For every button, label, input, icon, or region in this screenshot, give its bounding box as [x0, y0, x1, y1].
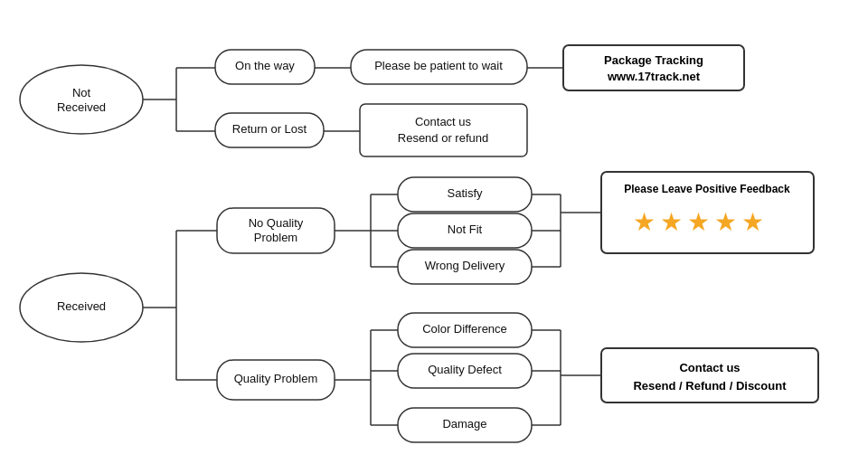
star1: ★ — [633, 208, 656, 236]
contact-resend-refund-node — [360, 104, 527, 156]
be-patient-label: Please be patient to wait — [374, 59, 503, 72]
on-the-way-label: On the way — [235, 59, 295, 72]
package-tracking-node — [563, 45, 744, 90]
flowchart-diagram: Not Received On the way Please be patien… — [0, 0, 868, 464]
wrong-delivery-label: Wrong Delivery — [425, 259, 505, 272]
not-received-label2: Received — [57, 100, 106, 114]
not-received-label: Not — [72, 86, 91, 99]
star3: ★ — [687, 208, 710, 236]
quality-problem-label: Quality Problem — [234, 372, 317, 385]
received-label: Received — [57, 299, 106, 313]
positive-feedback-label: Please Leave Positive Feedback — [624, 183, 790, 195]
star2: ★ — [660, 208, 683, 236]
quality-defect-label: Quality Defect — [428, 363, 502, 376]
no-quality-problem-label1: No Quality — [249, 216, 304, 230]
color-difference-label: Color Difference — [422, 322, 507, 336]
return-or-lost-label: Return or Lost — [232, 122, 307, 136]
contact-resend-refund-label1: Contact us — [415, 115, 472, 128]
contact-resend-refund-discount-label1: Contact us — [679, 361, 740, 374]
satisfy-label: Satisfy — [447, 186, 483, 200]
not-fit-label: Not Fit — [448, 223, 483, 236]
damage-label: Damage — [442, 417, 486, 431]
package-tracking-label1: Package Tracking — [604, 53, 703, 67]
package-tracking-label2: www.17track.net — [607, 70, 701, 83]
no-quality-problem-label2: Problem — [254, 231, 297, 244]
contact-resend-refund-discount-label2: Resend / Refund / Discount — [633, 379, 787, 393]
star4: ★ — [714, 208, 737, 236]
contact-resend-refund-label2: Resend or refund — [398, 131, 488, 145]
contact-resend-refund-discount-box — [601, 348, 818, 402]
star5: ★ — [741, 208, 764, 236]
